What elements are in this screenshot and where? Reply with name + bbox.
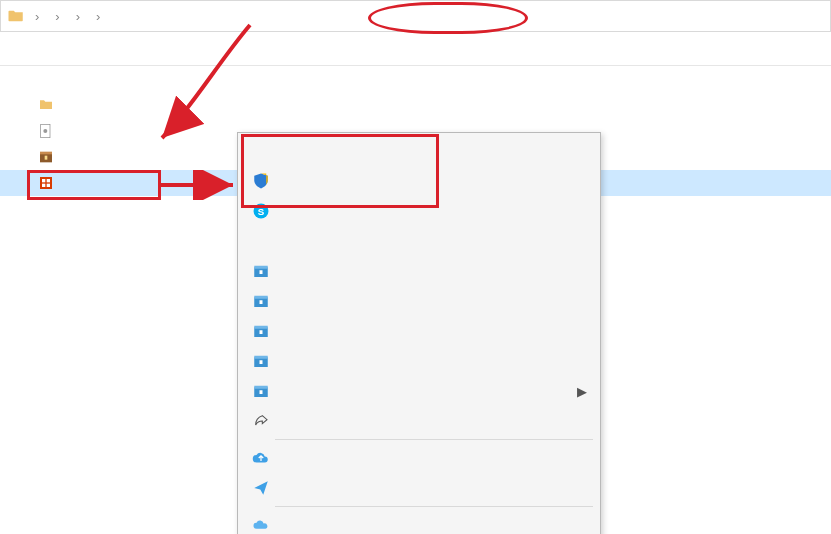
menu-run-as-admin[interactable] — [241, 166, 597, 196]
context-menu: S ▶ — [237, 132, 601, 534]
chevron-right-icon: › — [31, 9, 43, 24]
svg-rect-26 — [260, 390, 263, 394]
menu-add-setup-zip[interactable] — [241, 286, 597, 316]
chevron-right-icon: ▶ — [577, 384, 597, 399]
svg-rect-25 — [254, 386, 268, 389]
share-icon — [247, 413, 275, 429]
menu-send-wps[interactable] — [241, 473, 597, 503]
svg-point-1 — [43, 129, 47, 133]
svg-rect-9 — [47, 184, 50, 187]
svg-rect-14 — [260, 270, 263, 274]
svg-rect-13 — [254, 266, 268, 269]
config-file-icon — [38, 123, 60, 139]
menu-share[interactable] — [241, 406, 597, 436]
chevron-right-icon: › — [51, 9, 63, 24]
cloud-icon — [247, 516, 275, 534]
archive-icon — [247, 292, 275, 310]
menu-upload-baidu[interactable] — [241, 510, 597, 534]
menu-other-zip[interactable]: ▶ — [241, 376, 597, 406]
menu-skype-share[interactable]: S — [241, 196, 597, 226]
breadcrumb[interactable]: › › › › — [0, 0, 831, 32]
send-icon — [247, 479, 275, 497]
svg-rect-4 — [45, 156, 48, 160]
svg-rect-8 — [42, 184, 45, 187]
list-item[interactable] — [0, 92, 831, 118]
menu-separator — [275, 506, 593, 507]
skype-icon: S — [247, 202, 275, 220]
svg-rect-6 — [42, 179, 45, 182]
archive-icon — [247, 262, 275, 280]
menu-add-send-qq[interactable] — [241, 316, 597, 346]
menu-open[interactable] — [241, 136, 597, 166]
exe-icon — [38, 175, 60, 191]
archive-icon — [247, 382, 275, 400]
menu-separator — [275, 439, 593, 440]
folder-icon — [7, 7, 25, 25]
svg-rect-23 — [260, 360, 263, 364]
svg-rect-17 — [260, 300, 263, 304]
archive-icon — [247, 352, 275, 370]
cloud-upload-icon — [247, 449, 275, 467]
archive-icon — [38, 149, 60, 165]
column-headers — [0, 32, 831, 66]
svg-rect-3 — [40, 152, 52, 155]
svg-rect-16 — [254, 296, 268, 299]
svg-rect-5 — [40, 177, 52, 189]
svg-rect-22 — [254, 356, 268, 359]
shield-icon — [247, 172, 275, 190]
menu-upload-wps[interactable] — [241, 443, 597, 473]
svg-rect-7 — [47, 179, 50, 182]
archive-icon — [247, 322, 275, 340]
svg-rect-20 — [260, 330, 263, 334]
folder-icon — [38, 97, 60, 113]
chevron-right-icon: › — [72, 9, 84, 24]
svg-text:S: S — [258, 206, 265, 217]
svg-rect-19 — [254, 326, 268, 329]
menu-open-haozip[interactable] — [241, 346, 597, 376]
chevron-right-icon: › — [92, 9, 104, 24]
menu-compat-troubleshoot[interactable] — [241, 226, 597, 256]
menu-add-archive[interactable] — [241, 256, 597, 286]
